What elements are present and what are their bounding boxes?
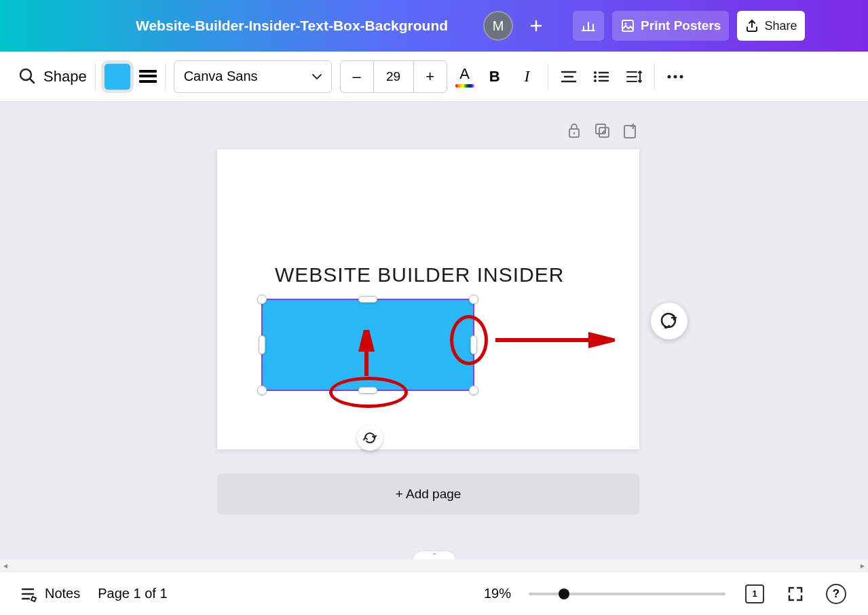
app-header: Website-Builder-Insider-Text-Box-Backgro… (0, 0, 868, 52)
duplicate-page-button[interactable] (594, 122, 610, 141)
add-page-bar[interactable]: + Add page (217, 474, 639, 515)
plus-icon (529, 19, 543, 33)
user-avatar[interactable]: M (483, 11, 513, 41)
design-title[interactable]: Website-Builder-Insider-Text-Box-Backgro… (136, 18, 448, 34)
annotation-arrow-right (493, 330, 615, 350)
add-collaborator-button[interactable] (521, 11, 551, 41)
more-icon (667, 75, 683, 79)
image-icon (620, 18, 635, 33)
design-page[interactable]: WEBSITE BUILDER INSIDER (217, 149, 639, 449)
fullscreen-icon (787, 586, 804, 602)
align-icon (561, 70, 577, 83)
footer-bar: Notes Page 1 of 1 19% 1 ? (0, 572, 868, 615)
resize-handle-left[interactable] (259, 335, 265, 354)
text-color-button[interactable]: A (455, 65, 474, 88)
horizontal-scrollbar[interactable] (0, 559, 868, 572)
notes-icon (20, 586, 38, 602)
svg-point-3 (594, 71, 597, 74)
svg-point-4 (594, 75, 597, 78)
svg-rect-0 (622, 20, 633, 31)
italic-button[interactable]: I (515, 64, 540, 89)
svg-point-8 (679, 75, 683, 78)
selected-shape[interactable] (261, 299, 474, 391)
text-color-icon: A (459, 65, 470, 83)
fullscreen-button[interactable] (784, 582, 807, 605)
page-indicator[interactable]: Page 1 of 1 (98, 586, 167, 601)
bold-button[interactable]: B (483, 64, 507, 89)
resize-handle-right[interactable] (470, 335, 477, 354)
font-family-dropdown[interactable]: Canva Sans (174, 60, 332, 93)
chevron-down-icon (312, 74, 322, 79)
comment-plus-icon (660, 312, 679, 331)
comment-float-button[interactable] (651, 303, 687, 339)
print-button[interactable]: Print Posters (612, 11, 729, 41)
zoom-slider-knob[interactable] (559, 589, 569, 599)
spacing-icon (626, 69, 642, 84)
rotate-float-button[interactable] (357, 425, 383, 451)
resize-handle-bl[interactable] (257, 386, 267, 395)
resize-handle-bottom[interactable] (358, 387, 377, 394)
notes-button[interactable]: Notes (20, 586, 80, 602)
resize-handle-top[interactable] (358, 296, 377, 303)
resize-handle-br[interactable] (469, 386, 478, 395)
lock-page-button[interactable] (567, 122, 582, 141)
spacing-button[interactable] (622, 64, 646, 89)
svg-point-7 (673, 75, 677, 78)
svg-point-5 (594, 79, 597, 82)
zoom-percent[interactable]: 19% (484, 586, 511, 601)
border-style-button[interactable] (139, 69, 157, 84)
canvas-area[interactable]: WEBSITE BUILDER INSIDER (0, 102, 868, 572)
rotate-icon (363, 431, 377, 445)
analytics-button[interactable] (573, 11, 604, 41)
alignment-button[interactable] (556, 64, 581, 89)
svg-point-6 (667, 75, 671, 78)
canvas-heading[interactable]: WEBSITE BUILDER INSIDER (275, 263, 564, 286)
page-list-button[interactable]: 1 (743, 582, 766, 605)
font-size-value[interactable]: 29 (373, 61, 414, 92)
more-button[interactable] (663, 64, 687, 89)
zoom-slider[interactable] (529, 593, 725, 595)
list-icon (593, 70, 609, 83)
svg-point-1 (625, 23, 627, 25)
context-toolbar: Shape Canva Sans – 29 + A B I (0, 52, 868, 102)
resize-handle-tr[interactable] (469, 295, 478, 304)
shape-icon (18, 67, 38, 87)
collapse-tab[interactable]: ⌃ (413, 551, 456, 560)
font-size-stepper: – 29 + (340, 60, 447, 93)
fill-color-swatch[interactable] (104, 63, 131, 90)
add-page-button[interactable] (622, 122, 637, 141)
font-size-decrease[interactable]: – (341, 61, 373, 92)
help-button[interactable]: ? (825, 582, 848, 605)
upload-icon (745, 19, 759, 33)
list-button[interactable] (589, 64, 614, 89)
bar-chart-icon (581, 18, 596, 33)
share-button[interactable]: Share (737, 11, 805, 41)
resize-handle-tl[interactable] (257, 295, 267, 304)
font-size-increase[interactable]: + (414, 61, 447, 92)
shape-tool[interactable]: Shape (18, 62, 87, 92)
page-controls (567, 122, 637, 141)
